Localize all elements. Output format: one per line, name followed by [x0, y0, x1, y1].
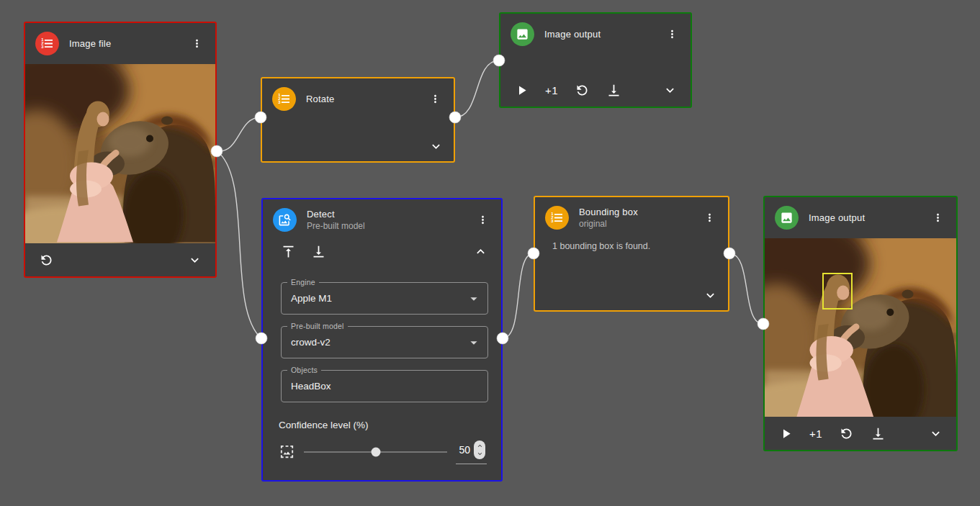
- port-imageoutput-right-input[interactable]: [758, 318, 769, 330]
- play-icon[interactable]: [778, 425, 794, 441]
- port-boundingbox-output[interactable]: [724, 248, 735, 259]
- node-title: Image output: [544, 29, 601, 40]
- girl-camel-photo: [25, 64, 215, 243]
- format-list-numbered-icon: [545, 206, 569, 230]
- image-search-icon: [273, 208, 297, 232]
- node-bounding-box[interactable]: Bounding box original 1 bounding box is …: [534, 196, 729, 312]
- refresh-icon[interactable]: [838, 425, 854, 441]
- refresh-icon[interactable]: [38, 252, 54, 268]
- node-title: Image file: [69, 38, 111, 49]
- chevron-down-icon[interactable]: [428, 138, 444, 154]
- dropdown-arrow-icon: [466, 335, 482, 351]
- more-vert-icon[interactable]: [701, 209, 718, 227]
- prebuilt-model-select[interactable]: Pre-built model crowd-v2: [281, 326, 488, 358]
- engine-value: Apple M1: [291, 293, 332, 304]
- girl-camel-photo: [765, 238, 956, 417]
- dropdown-arrow-icon: [466, 291, 482, 307]
- number-stepper[interactable]: [474, 441, 485, 459]
- node-image-output-right[interactable]: Image output +1: [763, 196, 958, 451]
- stepper-up-icon[interactable]: [476, 442, 484, 450]
- node-footer: [25, 243, 215, 276]
- chevron-down-icon[interactable]: [927, 425, 943, 441]
- stepper-down-icon[interactable]: [476, 450, 484, 458]
- wire-boundingbox-to-imageoutput[interactable]: [729, 253, 763, 324]
- objects-value: HeadBox: [291, 381, 331, 392]
- image-preview: [25, 64, 215, 243]
- more-vert-icon[interactable]: [426, 91, 444, 108]
- engine-label: Engine: [287, 278, 319, 286]
- chevron-down-icon[interactable]: [662, 82, 678, 98]
- node-header: Rotate: [262, 78, 454, 119]
- objects-input[interactable]: Objects HeadBox: [281, 370, 488, 402]
- slider-thumb[interactable]: [371, 447, 380, 456]
- port-boundingbox-input[interactable]: [528, 248, 539, 259]
- plus-one-button[interactable]: +1: [545, 84, 558, 96]
- confidence-value[interactable]: 50: [457, 444, 470, 456]
- prebuilt-model-value: crowd-v2: [291, 337, 331, 348]
- port-detect-input[interactable]: [256, 333, 267, 344]
- image-icon: [511, 22, 534, 46]
- node-title: Image output: [809, 212, 865, 223]
- refresh-icon[interactable]: [574, 82, 590, 98]
- detect-actions: [263, 240, 501, 266]
- chevron-down-icon[interactable]: [702, 287, 718, 303]
- port-imagefile-output[interactable]: [211, 145, 222, 157]
- node-footer: +1: [765, 417, 956, 450]
- more-vert-icon[interactable]: [663, 26, 680, 43]
- node-image-output-top[interactable]: Image output +1: [499, 12, 692, 108]
- more-vert-icon[interactable]: [929, 209, 946, 227]
- download-icon[interactable]: [870, 425, 886, 441]
- prebuilt-model-label: Pre-built model: [287, 322, 348, 330]
- more-vert-icon[interactable]: [188, 35, 205, 53]
- more-vert-icon[interactable]: [474, 212, 491, 229]
- port-rotate-output[interactable]: [449, 112, 461, 123]
- node-rotate[interactable]: Rotate: [261, 77, 455, 163]
- play-icon[interactable]: [513, 82, 529, 98]
- chevron-up-icon[interactable]: [472, 243, 488, 259]
- node-title: Rotate: [306, 94, 335, 104]
- node-header: Image output: [500, 14, 691, 55]
- node-title: Bounding box: [579, 207, 638, 217]
- node-header: Image output: [765, 197, 956, 238]
- wire-rotate-to-imageoutput[interactable]: [455, 60, 499, 117]
- plus-one-button[interactable]: +1: [809, 428, 822, 440]
- status-text: 1 bounding box is found.: [535, 238, 728, 251]
- image-icon: [775, 206, 799, 230]
- confidence-number-input[interactable]: 50: [456, 439, 487, 464]
- wire-detect-to-boundingbox[interactable]: [503, 253, 534, 338]
- image-preview: [765, 238, 956, 417]
- node-header: Image file: [25, 23, 215, 64]
- node-footer: +1: [500, 73, 691, 107]
- wire-imagefile-to-rotate[interactable]: [217, 117, 261, 151]
- confidence-slider[interactable]: [304, 445, 447, 459]
- node-header: Bounding box original: [535, 197, 728, 238]
- chevron-down-icon[interactable]: [186, 252, 202, 268]
- wire-imagefile-to-detect[interactable]: [217, 151, 261, 338]
- engine-select[interactable]: Engine Apple M1: [281, 282, 488, 315]
- node-image-file[interactable]: Image file: [24, 22, 217, 278]
- node-detect[interactable]: Detect Pre-built model Engine Apple M1 P…: [261, 198, 503, 482]
- format-list-numbered-icon: [35, 32, 59, 55]
- format-list-numbered-icon: [272, 87, 296, 111]
- port-imageoutput-top-input[interactable]: [493, 55, 505, 66]
- photo-frame-icon: [279, 443, 295, 460]
- port-detect-output[interactable]: [497, 333, 508, 344]
- confidence-label: Confidence level (%): [263, 402, 501, 430]
- node-subtitle: original: [579, 219, 638, 229]
- upload-icon[interactable]: [280, 243, 296, 259]
- download-icon[interactable]: [310, 243, 326, 259]
- pipeline-canvas[interactable]: Image file Rotate: [0, 0, 980, 506]
- node-header: Detect Pre-built model: [263, 199, 501, 240]
- download-icon[interactable]: [606, 82, 621, 98]
- detection-bounding-box: [822, 273, 853, 310]
- node-subtitle: Pre-built model: [307, 221, 365, 231]
- port-rotate-input[interactable]: [255, 112, 266, 123]
- node-title: Detect: [307, 209, 365, 220]
- objects-label: Objects: [287, 366, 321, 374]
